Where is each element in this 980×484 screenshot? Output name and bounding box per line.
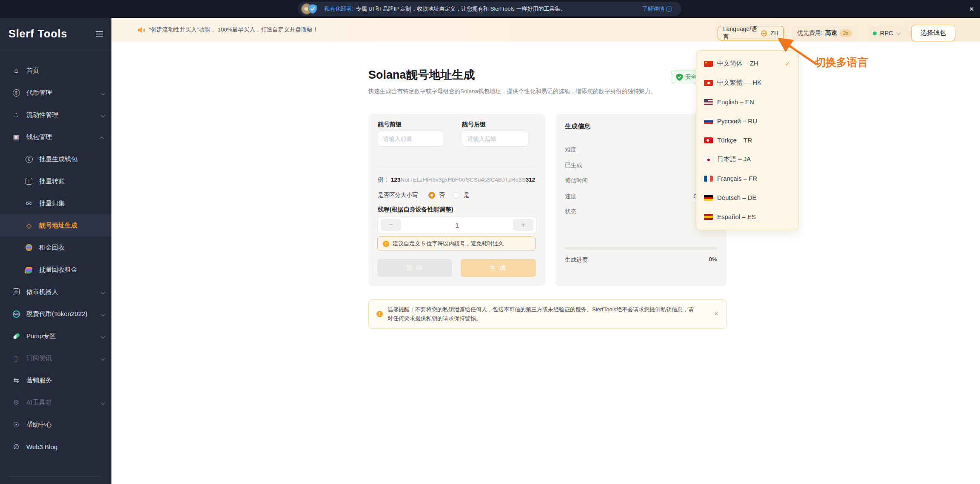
progress-row: 生成进度 0% [565, 256, 717, 264]
sidebar-item-tax-token[interactable]: TAX税费代币(Token2022) [0, 303, 111, 325]
language-button[interactable]: Language/语言 ZH [718, 26, 784, 40]
language-option-es[interactable]: Español – ES [696, 207, 798, 226]
flag-cn-icon [704, 61, 713, 67]
check-icon: ✓ [785, 60, 791, 68]
language-option-en[interactable]: English – EN [696, 92, 798, 111]
ai-icon: ⚙ [11, 398, 21, 407]
sidebar-item-web3-blog[interactable]: ∅Web3 Blog [0, 436, 111, 458]
chevron-down-icon [101, 401, 105, 405]
case-no-radio[interactable] [428, 192, 435, 199]
sidebar-item-token-manage[interactable]: $代币管理 [0, 82, 111, 104]
language-dropdown: 中文简体 – ZH✓中文繁體 — HKEnglish – ENРусский –… [696, 50, 799, 230]
rent-icon [26, 244, 32, 251]
chevron-down-icon [897, 31, 901, 35]
sidebar-item-batch-generate-wallet[interactable]: €批量生成钱包 [0, 148, 111, 170]
sidebar-item-ai-toolbox[interactable]: ⚙AI工具箱 [0, 391, 111, 413]
notice-close-icon[interactable]: × [714, 310, 718, 318]
stepper-minus-button[interactable]: − [381, 219, 401, 231]
chevron-down-icon [101, 290, 105, 294]
language-option-hk[interactable]: 中文繁體 — HK [696, 73, 798, 92]
language-option-ja[interactable]: 日本語 – JA [696, 150, 798, 169]
batch-transfer-icon: + [26, 178, 32, 185]
sidebar-item-marketing-service[interactable]: ⇆营销服务 [0, 369, 111, 391]
language-option-fr[interactable]: Français – FR [696, 169, 798, 188]
marketing-icon: ⇆ [11, 376, 21, 385]
chevron-down-icon [101, 334, 105, 339]
priority-fee-value: 高速 [825, 29, 837, 37]
shield-check-icon [676, 74, 683, 81]
wallet-icon: ▣ [11, 132, 21, 142]
tax-icon: TAX [13, 310, 20, 318]
sidebar-item-rent-recovery[interactable]: 租金回收 [0, 236, 111, 259]
info-rows: 难度已生成预估时间速度0 地址/秒状态 [565, 142, 717, 220]
stepper-plus-button[interactable]: + [513, 219, 533, 231]
sidebar-item-wallet-manage[interactable]: ▣钱包管理 [0, 126, 111, 148]
arrow-right-circle-icon: › [666, 6, 672, 12]
progress-bar [565, 247, 717, 250]
flag-us-icon [704, 99, 713, 105]
help-icon: ☉ [11, 420, 21, 429]
form-divider [378, 168, 536, 168]
pause-button[interactable]: 暂 停 [377, 259, 452, 277]
banner-close-icon[interactable]: × [969, 3, 974, 14]
language-option-tr[interactable]: Türkçe – TR [696, 131, 798, 150]
sidebar-item-pump-zone[interactable]: Pump专区 [0, 325, 111, 347]
banner-learn-more-link[interactable]: 了解详情› [642, 5, 672, 13]
threads-value: 1 [401, 222, 513, 229]
page-title: Solana靓号地址生成 [368, 67, 475, 83]
sidebar-item-subscribe-news[interactable]: ▯订阅资讯 [0, 347, 111, 369]
suffix-label: 靓号后缀 [462, 121, 486, 128]
prefix-label: 靓号前缀 [378, 121, 402, 128]
language-option-zh[interactable]: 中文简体 – ZH✓ [696, 54, 798, 73]
flag-jp-icon [704, 157, 713, 162]
case-yes-radio[interactable] [453, 192, 459, 199]
language-option-de[interactable]: Deutsch – DE [696, 188, 798, 207]
sidebar-divider [9, 476, 103, 477]
header-notice: “创建流动性并买入”功能， 100%最早买入，打造自定义开盘涨幅！ [149, 26, 318, 34]
speaker-icon [138, 27, 145, 33]
threads-stepper: − 1 + [377, 216, 537, 234]
language-option-ru[interactable]: Русский – RU [696, 111, 798, 131]
home-icon: ⌂ [11, 66, 21, 75]
sidebar: Slerf Tools ⌂首页$代币管理∴流动性管理▣钱包管理€批量生成钱包+批… [0, 18, 111, 484]
select-wallet-button[interactable]: 选择钱包 [911, 25, 955, 41]
page-subtitle: 快速生成含有特定数字或字母组合的Solana钱包地址，提供个性化和易记的选项，增… [368, 88, 666, 95]
info-row: 难度 [565, 142, 717, 158]
suffix-input[interactable] [462, 131, 528, 147]
sidebar-item-market-bot[interactable]: ☺做市机器人 [0, 281, 111, 303]
sidebar-item-home[interactable]: ⌂首页 [0, 60, 111, 82]
chevron-up-icon [100, 136, 104, 140]
liquidity-icon: ∴ [11, 110, 21, 120]
warning-icon: ! [376, 311, 383, 317]
sidebar-item-liquidity-manage[interactable]: ∴流动性管理 [0, 104, 111, 126]
sidebar-item-batch-transfer[interactable]: +批量转账 [0, 170, 111, 192]
sidebar-item-batch-collect[interactable]: ✉批量归集 [0, 192, 111, 214]
globe-icon [761, 30, 767, 37]
rpc-selector[interactable]: RPC [868, 26, 905, 40]
token-icon: $ [13, 89, 20, 97]
mascot-shield-icon [301, 2, 318, 16]
private-key-notice: ! 温馨提醒：不要将您的私钥泄露给任何人，包括不可信的第三方或未经验证的服务。S… [368, 299, 726, 329]
rents-icon [26, 267, 32, 273]
flag-ru-icon [704, 118, 713, 124]
news-icon: ▯ [11, 353, 21, 363]
case-sensitive-row: 是否区分大小写 否 是 [378, 191, 470, 199]
prefix-input[interactable] [378, 131, 444, 147]
promo-banner-pill: 私有化部署: 专属 UI 和 品牌IP 定制，收款地址自定义，让您拥有和 Sle… [298, 2, 681, 16]
chevron-down-icon [101, 312, 105, 316]
sidebar-item-help-center[interactable]: ☉帮助中心 [0, 413, 111, 436]
generate-button[interactable]: 生 成 [461, 259, 536, 277]
sidebar-collapse-icon[interactable] [96, 31, 103, 37]
flag-fr-icon [704, 176, 713, 182]
threads-warning: ! 建议自定义 5 位字符以内靓号，避免耗时过久 [377, 236, 536, 251]
priority-fee-selector[interactable]: 优先费用: 高速 2x [792, 26, 857, 40]
notice-text: 温馨提醒：不要将您的私钥泄露给任何人，包括不可信的第三方或未经验证的服务。Sle… [387, 305, 698, 323]
sidebar-item-vanity-address[interactable]: ◇靓号地址生成 [0, 214, 111, 236]
promo-banner: 私有化部署: 专属 UI 和 品牌IP 定制，收款地址自定义，让您拥有和 Sle… [0, 0, 980, 18]
main-content-area [111, 42, 980, 484]
example-address: 例：123NotTELzHiRbv3gxHbFfXrSCSu4sSC4BJTzR… [378, 176, 535, 184]
blog-icon: ∅ [11, 442, 21, 451]
chevron-down-icon [101, 91, 105, 95]
sidebar-item-batch-rent-recovery[interactable]: 批量回收租金 [0, 259, 111, 281]
batch-wallet-icon: € [26, 156, 33, 163]
